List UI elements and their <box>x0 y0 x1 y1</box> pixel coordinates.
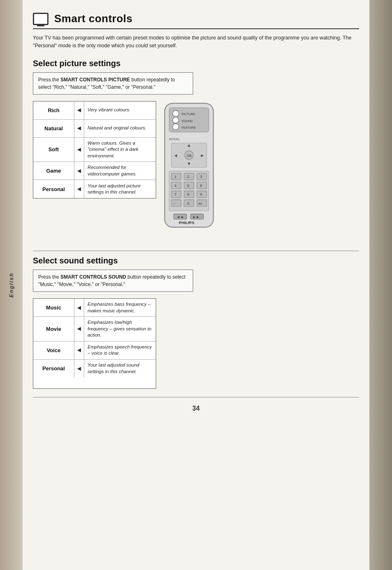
row-description: Natural and original colours. <box>84 120 156 137</box>
table-row: Movie ◄ Emphasizes low/high frequency – … <box>33 317 156 342</box>
main-content: Smart controls Your TV has been programm… <box>23 0 369 570</box>
svg-text:2: 2 <box>187 175 189 179</box>
svg-text:9: 9 <box>200 192 202 196</box>
svg-point-6 <box>173 123 179 129</box>
svg-text:0: 0 <box>187 201 189 205</box>
row-description: Emphasizes speech frequency – voice is c… <box>84 342 156 359</box>
svg-text:PHILIPS: PHILIPS <box>179 220 194 225</box>
svg-point-4 <box>173 117 179 123</box>
tv-icon <box>33 13 48 25</box>
row-label: Natural <box>33 120 74 137</box>
arrow-icon: ◄ <box>74 162 84 180</box>
svg-text:3: 3 <box>200 175 202 179</box>
svg-text:7: 7 <box>174 192 176 196</box>
page-title: Smart controls <box>54 12 133 25</box>
table-row: Game ◄ Recommended for video/computer ga… <box>33 162 156 180</box>
svg-text:--: -- <box>173 201 175 205</box>
arrow-icon: ◄ <box>74 102 84 119</box>
svg-text:OK: OK <box>187 153 192 157</box>
arrow-icon: ◄ <box>74 299 84 316</box>
svg-text:►: ► <box>200 152 205 157</box>
row-label: Personal <box>33 360 74 378</box>
picture-section: Select picture settings Press the SMART … <box>33 59 359 243</box>
table-row: Rich ◄ Very vibrant colours. <box>33 102 156 120</box>
page-container: English Smart controls Your TV has been … <box>0 0 392 570</box>
arrow-icon: ◄ <box>74 120 84 137</box>
svg-text:6: 6 <box>200 183 202 187</box>
left-sidebar: English <box>0 0 23 570</box>
row-description: Your last adjusted picture settings in t… <box>84 180 156 198</box>
svg-text:8: 8 <box>187 192 189 196</box>
svg-text:MODEL: MODEL <box>169 137 180 141</box>
svg-text:FEATURE: FEATURE <box>182 125 196 129</box>
svg-text:◄◄: ◄◄ <box>177 215 184 219</box>
svg-text:SOUND: SOUND <box>182 119 193 122</box>
row-label: Personal <box>33 180 74 198</box>
intro-paragraph: Your TV has been programmed with certain… <box>33 34 359 50</box>
row-label: Game <box>33 162 74 180</box>
picture-instruction-box: Press the SMART CONTROLS PICTURE button … <box>33 72 193 95</box>
picture-settings-table: Rich ◄ Very vibrant colours. Natural ◄ N… <box>33 101 156 199</box>
sound-instruction-prefix: Press the <box>38 274 60 280</box>
remote-area: PICTURE SOUND FEATURE MODEL OK <box>160 101 218 243</box>
picture-section-title: Select picture settings <box>33 59 359 68</box>
svg-text:1: 1 <box>174 175 176 179</box>
table-row: Music ◄ Emphasizes bass frequency – make… <box>33 299 156 317</box>
row-description: Your last adjusted sound settings in thi… <box>84 360 156 378</box>
table-row: Natural ◄ Natural and original colours. <box>33 120 156 138</box>
divider-2 <box>33 397 359 397</box>
picture-instruction-button: SMART CONTROLS PICTURE <box>60 77 130 83</box>
arrow-icon: ◄ <box>74 180 84 198</box>
row-label: Rich <box>33 102 74 119</box>
table-row: Soft ◄ Warm colours. Gives a "cinema" ef… <box>33 138 156 162</box>
language-label: English <box>8 272 14 298</box>
right-sidebar <box>369 0 392 570</box>
row-label: Voice <box>33 342 74 359</box>
picture-settings-area: Rich ◄ Very vibrant colours. Natural ◄ N… <box>33 101 359 243</box>
row-description: Warm colours. Gives a "cinema" effect in… <box>84 138 156 162</box>
row-label: Soft <box>33 138 74 162</box>
arrow-icon: ◄ <box>74 360 84 378</box>
svg-text:PICTURE: PICTURE <box>182 112 195 116</box>
arrow-icon: ◄ <box>74 138 84 162</box>
svg-text:▼: ▼ <box>187 161 191 166</box>
sound-settings-area: Music ◄ Emphasizes bass frequency – make… <box>33 298 359 389</box>
row-description: Emphasizes low/high frequency – gives se… <box>84 317 156 341</box>
svg-text:5: 5 <box>187 183 189 187</box>
row-label: Music <box>33 299 74 316</box>
arrow-icon: ◄ <box>74 317 84 341</box>
header-section: Smart controls <box>33 12 359 29</box>
svg-text:◄: ◄ <box>173 152 178 157</box>
svg-point-2 <box>173 110 179 116</box>
table-row: Voice ◄ Emphasizes speech frequency – vo… <box>33 342 156 360</box>
row-description: Very vibrant colours. <box>84 102 156 119</box>
svg-text:4: 4 <box>174 183 176 187</box>
sound-instruction-button: SMART CONTROLS SOUND <box>60 274 126 280</box>
row-label: Movie <box>33 317 74 341</box>
arrow-icon: ◄ <box>74 342 84 359</box>
row-description: Recommended for video/computer games. <box>84 162 156 180</box>
row-description: Emphasizes bass frequency – makes music … <box>84 299 156 316</box>
table-row: Personal ◄ Your last adjusted sound sett… <box>33 360 156 378</box>
remote-svg: PICTURE SOUND FEATURE MODEL OK <box>160 101 218 243</box>
sound-section-title: Select sound settings <box>33 256 359 265</box>
svg-text:▲: ▲ <box>187 142 191 147</box>
svg-text:AV: AV <box>198 201 202 205</box>
picture-instruction-prefix: Press the <box>38 77 60 83</box>
sound-section: Select sound settings Press the SMART CO… <box>33 256 359 389</box>
sound-settings-table: Music ◄ Emphasizes bass frequency – make… <box>33 298 156 389</box>
svg-text:►►: ►► <box>193 215 200 219</box>
table-row: Personal ◄ Your last adjusted picture se… <box>33 180 156 198</box>
page-number: 34 <box>33 405 359 412</box>
divider-1 <box>33 251 359 251</box>
sound-instruction-box: Press the SMART CONTROLS SOUND button re… <box>33 270 193 292</box>
